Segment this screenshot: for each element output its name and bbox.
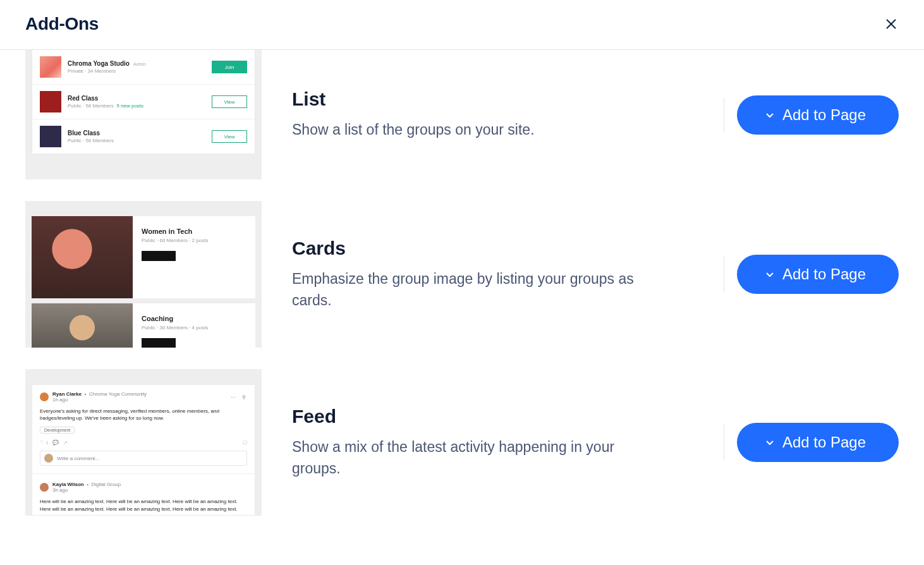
addon-item-cards: Women in Tech Public · 60 Members · 2 po…: [25, 201, 899, 348]
addon-description: Emphasize the group image by listing you…: [292, 268, 646, 312]
addon-preview-list: Chroma Yoga StudioAdmin Private · 34 Mem…: [25, 50, 262, 179]
addon-preview-feed: Ryan Clarke • Chroma Yoga Community1h ag…: [25, 369, 262, 516]
modal-header: Add-Ons: [0, 0, 924, 50]
add-to-page-label: Add to Page: [782, 434, 866, 451]
add-to-page-button[interactable]: Add to Page: [737, 255, 899, 294]
add-to-page-button[interactable]: Add to Page: [737, 423, 899, 462]
close-icon: [885, 18, 897, 30]
addon-title: Feed: [292, 406, 681, 427]
addon-preview-cards: Women in Tech Public · 60 Members · 2 po…: [25, 201, 262, 348]
add-to-page-label: Add to Page: [782, 106, 866, 124]
addon-title: List: [292, 88, 681, 110]
divider: [724, 425, 724, 460]
divider: [724, 97, 724, 133]
chevron-down-icon: [765, 110, 775, 120]
add-to-page-button[interactable]: Add to Page: [737, 95, 899, 135]
chevron-down-icon: [765, 269, 775, 279]
addon-item-feed: Ryan Clarke • Chroma Yoga Community1h ag…: [25, 369, 899, 516]
page-title: Add-Ons: [25, 14, 99, 34]
addon-title: Cards: [292, 238, 681, 259]
close-button[interactable]: [884, 16, 899, 32]
addon-description: Show a mix of the latest activity happen…: [292, 436, 646, 480]
addon-item-list: Chroma Yoga StudioAdmin Private · 34 Mem…: [25, 50, 899, 179]
addons-list: Chroma Yoga StudioAdmin Private · 34 Mem…: [0, 50, 924, 541]
addon-description: Show a list of the groups on your site.: [292, 119, 646, 141]
add-to-page-label: Add to Page: [782, 265, 866, 283]
chevron-down-icon: [765, 437, 775, 447]
divider: [724, 257, 724, 292]
